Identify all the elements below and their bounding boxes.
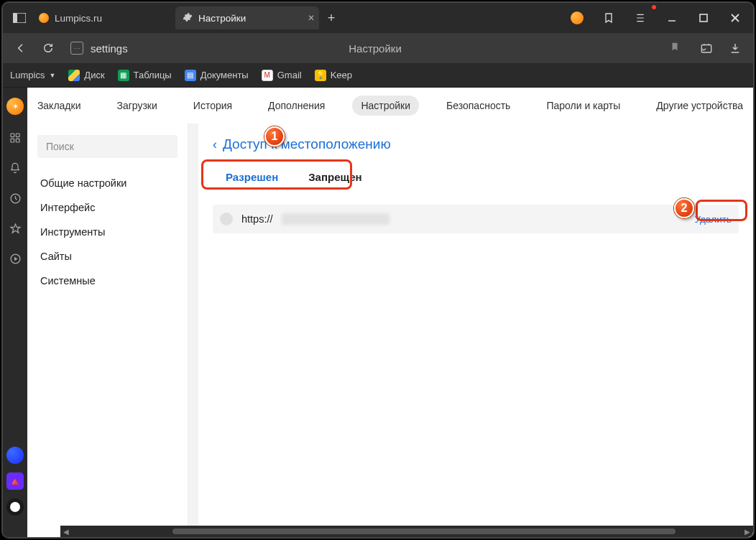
history-icon[interactable] xyxy=(8,191,22,205)
notifications-button[interactable] xyxy=(627,7,654,29)
scroll-left-arrow[interactable]: ◀ xyxy=(60,528,72,536)
permission-tabs: Разрешен Запрещен xyxy=(213,165,739,189)
bookmark-keep[interactable]: 💡Keep xyxy=(315,70,352,81)
orange-icon xyxy=(39,13,49,23)
sidebar-toggle-button[interactable] xyxy=(9,7,30,29)
close-icon[interactable]: ✕ xyxy=(308,13,315,23)
close-window-button[interactable] xyxy=(722,7,749,29)
svg-rect-3 xyxy=(700,14,707,22)
delete-button[interactable]: Удалить xyxy=(694,214,732,225)
svg-rect-9 xyxy=(11,139,14,142)
messenger-icon-2[interactable]: 🔺 xyxy=(6,472,24,490)
svg-rect-1 xyxy=(13,13,17,23)
bell-icon[interactable] xyxy=(8,161,22,175)
reload-button[interactable] xyxy=(36,37,60,59)
tab-settings[interactable]: Настройки ✕ xyxy=(175,6,319,29)
sidebar-item-general[interactable]: Общие настройки xyxy=(27,171,188,195)
bookmark-drive[interactable]: Диск xyxy=(68,70,104,81)
url-text: settings xyxy=(91,42,128,55)
tab-label: Lumpics.ru xyxy=(55,13,102,24)
gear-icon xyxy=(183,12,193,24)
tab-lumpics[interactable]: Lumpics.ru xyxy=(32,6,175,29)
chevron-left-icon: ‹ xyxy=(213,137,217,152)
docs-icon: ▤ xyxy=(185,70,196,81)
tab-history[interactable]: История xyxy=(185,96,241,116)
breadcrumb-label: Доступ к местоположению xyxy=(223,136,391,152)
minimize-button[interactable] xyxy=(658,7,686,29)
messenger-icon-3[interactable] xyxy=(6,498,24,516)
tab-downloads[interactable]: Загрузки xyxy=(108,96,165,116)
tab-security[interactable]: Безопасность xyxy=(438,96,519,116)
star-icon[interactable] xyxy=(8,221,22,236)
site-url-blurred xyxy=(282,213,389,225)
tab-settings-main[interactable]: Настройки xyxy=(352,96,419,116)
bookmark-label: Lumpics xyxy=(10,70,45,80)
bookmark-sheets[interactable]: ▦Таблицы xyxy=(118,70,172,81)
extensions-button[interactable] xyxy=(694,37,719,59)
sheets-icon: ▦ xyxy=(118,70,129,81)
maximize-button[interactable] xyxy=(690,7,717,29)
scroll-thumb[interactable] xyxy=(172,529,676,534)
bookmark-label: Gmail xyxy=(277,70,302,80)
home-orange-icon[interactable] xyxy=(6,98,24,115)
site-favicon xyxy=(220,213,233,225)
bookmarks-bar: Lumpics ▼ Диск ▦Таблицы ▤Документы MGmai… xyxy=(3,63,753,88)
play-icon[interactable] xyxy=(8,251,22,266)
bookmark-docs[interactable]: ▤Документы xyxy=(185,70,249,81)
messenger-icon-1[interactable] xyxy=(6,447,24,464)
apps-icon[interactable] xyxy=(8,131,22,145)
omnibox[interactable]: ⋯ settings Настройки xyxy=(63,37,687,60)
tab-devices[interactable]: Другие устройства xyxy=(647,96,752,116)
svg-rect-10 xyxy=(16,139,19,142)
downloads-button[interactable] xyxy=(723,37,747,59)
sidebar-item-sites[interactable]: Сайты xyxy=(27,244,188,269)
back-button[interactable] xyxy=(9,37,33,59)
sidebar-item-interface[interactable]: Интерфейс xyxy=(27,195,188,220)
bookmark-label: Диск xyxy=(84,70,104,80)
address-bar: ⋯ settings Настройки xyxy=(3,33,753,63)
svg-rect-7 xyxy=(11,134,14,137)
chevron-down-icon: ▼ xyxy=(49,72,55,79)
sidebar-item-system[interactable]: Системные xyxy=(27,269,188,293)
sidebar-item-tools[interactable]: Инструменты xyxy=(27,220,188,244)
keep-icon: 💡 xyxy=(315,70,326,81)
profile-icon[interactable] xyxy=(571,11,584,24)
bookmarks-button[interactable] xyxy=(595,7,622,29)
settings-sidebar: Поиск Общие настройки Интерфейс Инструме… xyxy=(27,124,188,537)
gmail-icon: M xyxy=(262,70,273,81)
settings-top-nav: Закладки Загрузки История Дополнения Нас… xyxy=(27,88,753,124)
tab-denied[interactable]: Запрещен xyxy=(295,165,374,189)
browser-side-panel: 🔺 xyxy=(3,88,27,537)
tab-passwords[interactable]: Пароли и карты xyxy=(538,96,629,116)
bookmark-gmail[interactable]: MGmail xyxy=(262,70,302,81)
drive-icon xyxy=(68,70,80,81)
bookmark-label: Таблицы xyxy=(134,70,172,80)
horizontal-scrollbar[interactable]: ◀ ▶ xyxy=(60,526,753,537)
scroll-right-arrow[interactable]: ▶ xyxy=(742,528,753,536)
annotation-badge-1: 1 xyxy=(264,126,285,146)
settings-page: Закладки Загрузки История Дополнения Нас… xyxy=(27,88,753,537)
bookmark-label: Документы xyxy=(200,70,249,80)
window-titlebar: Lumpics.ru Настройки ✕ + xyxy=(3,3,753,33)
search-input[interactable]: Поиск xyxy=(37,135,178,158)
tab-bookmarks[interactable]: Закладки xyxy=(29,96,90,116)
tab-allowed[interactable]: Разрешен xyxy=(213,165,291,189)
settings-main-panel: ‹ Доступ к местоположению Разрешен Запре… xyxy=(198,124,753,537)
tab-label: Настройки xyxy=(198,13,246,24)
annotation-badge-2: 2 xyxy=(674,198,694,218)
bookmark-icon[interactable] xyxy=(670,41,680,55)
site-info-icon[interactable]: ⋯ xyxy=(70,42,83,55)
new-tab-button[interactable]: + xyxy=(321,7,342,29)
site-entry-row[interactable]: https:// Удалить xyxy=(213,205,739,233)
svg-rect-6 xyxy=(701,45,711,53)
breadcrumb[interactable]: ‹ Доступ к местоположению xyxy=(213,136,739,152)
svg-rect-8 xyxy=(16,134,19,137)
scroll-track[interactable] xyxy=(72,528,742,535)
bookmark-label: Keep xyxy=(331,70,352,80)
page-title-center: Настройки xyxy=(63,42,687,55)
site-url-prefix: https:// xyxy=(241,213,273,225)
bookmark-folder-lumpics[interactable]: Lumpics ▼ xyxy=(10,70,55,80)
tab-addons[interactable]: Дополнения xyxy=(259,96,333,116)
